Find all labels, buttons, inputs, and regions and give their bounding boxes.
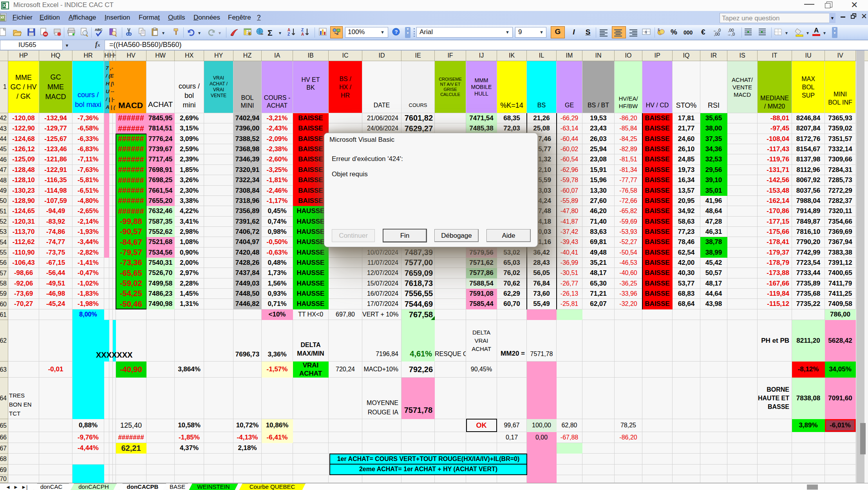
svg-text:?: ? [395,29,398,35]
svg-text:$: $ [658,28,660,32]
svg-text:A: A [288,28,290,32]
svg-text:€: € [249,32,251,36]
svg-text:Z: Z [288,32,290,36]
svg-text:ABC: ABC [95,28,103,32]
svg-text:a: a [645,30,647,34]
svg-text:A: A [301,32,304,36]
svg-text:Z: Z [301,28,304,32]
svg-text:X: X [3,3,6,8]
